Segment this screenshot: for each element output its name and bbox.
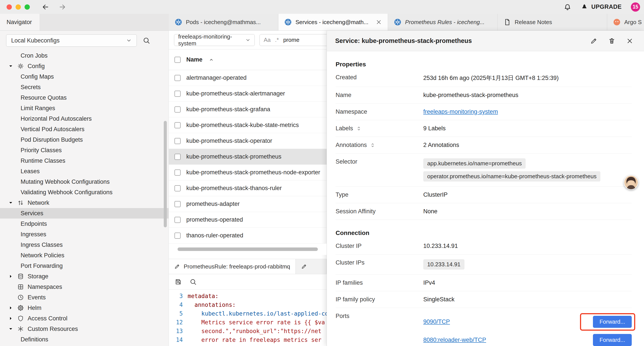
horizontal-scrollbar[interactable]: [169, 244, 326, 255]
sidebar-item-limit-ranges[interactable]: Limit Ranges: [0, 103, 168, 113]
port-line: 9090/TCPForward...: [423, 313, 632, 331]
sidebar-search-icon[interactable]: [142, 36, 150, 44]
notifications-bell-icon[interactable]: [564, 3, 572, 11]
tab-argo-s[interactable]: Argo S: [607, 14, 644, 30]
namespace-link[interactable]: freeleaps-monitoring-system: [423, 108, 498, 115]
horizontal-scrollbar-thumb[interactable]: [178, 248, 318, 251]
tab-prometheus-rules-icecheng[interactable]: Prometheus Rules - icecheng...: [388, 14, 498, 30]
sidebar-item-port-forwarding[interactable]: Port Forwarding: [0, 261, 168, 271]
tab-services-icecheng-math[interactable]: Services - icecheng@math...: [278, 14, 388, 30]
detail-label-text: Annotations: [336, 142, 367, 148]
sidebar-item-resource-quotas[interactable]: Resource Quotas: [0, 92, 168, 103]
forward-icon[interactable]: [58, 3, 67, 11]
sidebar-item-leases[interactable]: Leases: [0, 166, 168, 177]
list-search-input[interactable]: Aa .* prome: [260, 34, 326, 46]
sidebar-item-runtime-classes[interactable]: Runtime Classes: [0, 155, 168, 166]
upgrade-button[interactable]: UPGRADE: [581, 3, 622, 11]
table-row-prometheus-operated[interactable]: prometheus-operated: [169, 212, 326, 228]
table-row-kube-prometheus-stack-prometheus-node-exporter[interactable]: kube-prometheus-stack-prometheus-node-ex…: [169, 165, 326, 180]
close-icon[interactable]: [376, 19, 382, 25]
updown-icon[interactable]: [356, 125, 362, 132]
table-row-kube-prometheus-stack-alertmanager[interactable]: kube-prometheus-stack-alertmanager: [169, 86, 326, 102]
sidebar-item-storage[interactable]: Storage: [0, 271, 168, 282]
sidebar-item-pod-disruption-budgets[interactable]: Pod Disruption Budgets: [0, 134, 168, 145]
table-row-kube-prometheus-stack-operator[interactable]: kube-prometheus-stack-operator: [169, 133, 326, 149]
dock-tab-next[interactable]: [296, 259, 326, 274]
kubeconfig-select[interactable]: Local Kubeconfigs: [6, 34, 137, 47]
sidebar-item-validating-webhook-configurations[interactable]: Validating Webhook Configurations: [0, 187, 168, 198]
service-name: kube-prometheus-stack-grafana: [186, 106, 270, 113]
sidebar-item-namespaces[interactable]: Namespaces: [0, 282, 168, 292]
navigator-panel-tab[interactable]: Navigator: [0, 14, 40, 30]
sidebar-item-network-policies[interactable]: Network Policies: [0, 250, 168, 261]
port-link[interactable]: 8080:reloader-web/TCP: [423, 337, 486, 343]
row-checkbox[interactable]: [174, 122, 180, 128]
sidebar-item-mutating-webhook-configurations[interactable]: Mutating Webhook Configurations: [0, 177, 168, 187]
filter-row: freeleaps-monitoring-system Aa .* prome: [169, 31, 326, 49]
table-row-prometheus-adapter[interactable]: prometheus-adapter: [169, 196, 326, 212]
avatar[interactable]: [624, 175, 638, 190]
sidebar-item-custom-resources[interactable]: Custom Resources: [0, 324, 168, 334]
sidebar-item-label: Cron Jobs: [20, 52, 48, 59]
tab-release-notes[interactable]: Release Notes: [498, 14, 607, 30]
tab-pods-icecheng-mathmas[interactable]: Pods - icecheng@mathmas...: [169, 14, 278, 30]
sidebar-item-secrets[interactable]: Secrets: [0, 82, 168, 92]
row-checkbox[interactable]: [174, 233, 180, 239]
sidebar-scrollbar[interactable]: [164, 121, 167, 227]
match-case-toggle[interactable]: Aa: [264, 36, 271, 43]
row-checkbox[interactable]: [174, 106, 180, 113]
port-link[interactable]: 9090/TCP: [423, 319, 450, 325]
row-checkbox[interactable]: [174, 185, 180, 191]
select-all-checkbox[interactable]: [174, 57, 180, 63]
sidebar-item-horizontal-pod-autoscalers[interactable]: Horizontal Pod Autoscalers: [0, 113, 168, 124]
row-checkbox[interactable]: [174, 201, 180, 207]
row-checkbox[interactable]: [174, 138, 180, 144]
namespace-select[interactable]: freeleaps-monitoring-system: [174, 34, 255, 46]
back-icon[interactable]: [41, 3, 50, 11]
detail-label: Labels: [336, 125, 423, 132]
forward-button[interactable]: Forward...: [593, 316, 632, 328]
detail-label: Created: [336, 74, 423, 81]
delete-service-icon[interactable]: [608, 37, 616, 45]
row-checkbox[interactable]: [174, 169, 180, 176]
yaml-editor[interactable]: 345121314 metadata: annotations: kubectl…: [169, 290, 326, 346]
sidebar-item-cron-jobs[interactable]: Cron Jobs: [0, 50, 168, 61]
table-row-kube-prometheus-stack-thanos-ruler[interactable]: kube-prometheus-stack-thanos-ruler: [169, 180, 326, 196]
sidebar-item-ingress-classes[interactable]: Ingress Classes: [0, 240, 168, 250]
save-icon[interactable]: [174, 278, 182, 286]
row-checkbox[interactable]: [174, 75, 180, 81]
sidebar-item-definitions[interactable]: Definitions: [0, 334, 168, 345]
sidebar-item-endpoints[interactable]: Endpoints: [0, 219, 168, 229]
sidebar-item-config-maps[interactable]: Config Maps: [0, 71, 168, 82]
notifications-count-badge[interactable]: 15: [631, 2, 640, 11]
table-row-kube-prometheus-stack-prometheus[interactable]: kube-prometheus-stack-prometheus: [169, 149, 326, 165]
row-checkbox[interactable]: [174, 91, 180, 97]
sidebar-item-access-control[interactable]: Access Control: [0, 313, 168, 324]
table-row-kube-prometheus-stack-kube-state-metrics[interactable]: kube-prometheus-stack-kube-state-metrics: [169, 117, 326, 133]
regex-toggle[interactable]: .*: [275, 36, 279, 43]
detail-row-created: Created253d 16h 6m ago (2025年1月13日 GMT+8…: [336, 69, 632, 87]
forward-button[interactable]: Forward...: [593, 334, 632, 346]
close-drawer-icon[interactable]: [626, 37, 634, 45]
sidebar-item-vertical-pod-autoscalers[interactable]: Vertical Pod Autoscalers: [0, 124, 168, 134]
close-window-button[interactable]: [6, 4, 12, 10]
table-row-kube-prometheus-stack-grafana[interactable]: kube-prometheus-stack-grafana: [169, 102, 326, 117]
sidebar-item-priority-classes[interactable]: Priority Classes: [0, 145, 168, 155]
table-row-alertmanager-operated[interactable]: alertmanager-operated: [169, 70, 326, 86]
zoom-window-button[interactable]: [24, 4, 30, 10]
sidebar-item-helm[interactable]: Helm: [0, 303, 168, 313]
sidebar-item-services[interactable]: Services: [0, 208, 168, 219]
editor-search-icon[interactable]: [190, 278, 197, 286]
row-checkbox[interactable]: [174, 154, 180, 160]
name-column-header[interactable]: Name: [186, 56, 202, 63]
table-row-thanos-ruler-operated[interactable]: thanos-ruler-operated: [169, 228, 326, 244]
sidebar-item-ingresses[interactable]: Ingresses: [0, 229, 168, 240]
dock-tab-prometheusrule[interactable]: PrometheusRule: freeleaps-prod-rabbitmq: [169, 259, 296, 274]
sidebar-item-events[interactable]: Events: [0, 292, 168, 303]
row-checkbox[interactable]: [174, 217, 180, 223]
updown-icon[interactable]: [370, 142, 375, 148]
minimize-window-button[interactable]: [16, 4, 21, 10]
edit-service-icon[interactable]: [590, 37, 598, 45]
sidebar-item-config[interactable]: Config: [0, 61, 168, 71]
sidebar-item-network[interactable]: Network: [0, 198, 168, 208]
